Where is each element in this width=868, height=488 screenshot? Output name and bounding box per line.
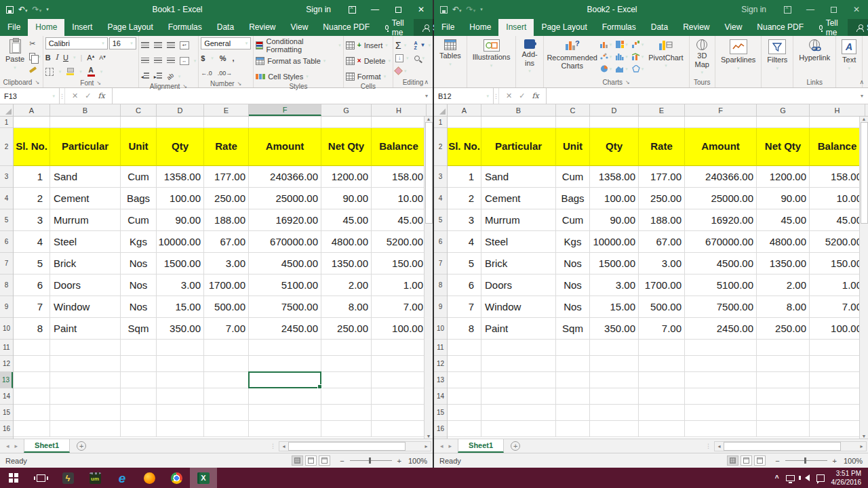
scrollbar-thumb[interactable] bbox=[425, 122, 433, 224]
center-icon[interactable] bbox=[154, 58, 162, 64]
sign-in-link[interactable]: Sign in bbox=[741, 5, 766, 14]
cell-b5[interactable]: Murrum bbox=[50, 209, 121, 231]
cell-a12[interactable] bbox=[14, 356, 50, 372]
expand-formula-bar-icon[interactable]: ▾ bbox=[420, 88, 433, 104]
zoom-out-icon[interactable]: − bbox=[340, 457, 344, 465]
close-button[interactable]: ✕ bbox=[410, 0, 433, 19]
cell-d6[interactable]: 10000.00 bbox=[157, 231, 204, 253]
enter-icon[interactable]: ✓ bbox=[85, 92, 91, 100]
cell-h11[interactable] bbox=[372, 340, 427, 356]
cell-h7[interactable]: 150.00 bbox=[810, 253, 865, 274]
cell-f8[interactable]: 5100.00 bbox=[685, 274, 757, 296]
cell-a6[interactable]: 4 bbox=[14, 231, 50, 253]
cell-c13[interactable] bbox=[556, 372, 590, 388]
cell-g7[interactable]: 1350.00 bbox=[757, 253, 810, 274]
text-button[interactable]: A Text▾ bbox=[838, 37, 860, 71]
cell-f12[interactable] bbox=[685, 356, 757, 372]
cell-c12[interactable] bbox=[121, 356, 157, 372]
dialog-launcher-icon[interactable]: ↘ bbox=[237, 81, 242, 87]
cell-g11[interactable] bbox=[321, 340, 372, 356]
tab-formulas[interactable]: Formulas bbox=[595, 19, 644, 36]
cell-a13[interactable] bbox=[448, 372, 481, 388]
cell-a8[interactable]: 6 bbox=[448, 274, 481, 296]
cell-c6[interactable]: Kgs bbox=[556, 231, 590, 253]
cell-e8[interactable]: 1700.00 bbox=[204, 274, 249, 296]
font-color-icon[interactable]: A bbox=[87, 67, 95, 77]
tab-formulas[interactable]: Formulas bbox=[161, 19, 210, 36]
cell-d5[interactable]: 90.00 bbox=[590, 209, 639, 231]
cell-e6[interactable]: 67.00 bbox=[204, 231, 249, 253]
clear-icon[interactable] bbox=[394, 66, 403, 75]
combo-chart-icon[interactable]: ▾ bbox=[632, 51, 644, 62]
sparklines-button[interactable]: Sparklines▾ bbox=[717, 37, 759, 71]
column-header-a[interactable]: A bbox=[14, 104, 50, 116]
cell-b13[interactable] bbox=[50, 372, 121, 388]
excel-taskbar-button[interactable]: X bbox=[190, 468, 217, 488]
cell-d3[interactable]: 1358.00 bbox=[590, 166, 639, 188]
scroll-up-icon[interactable]: ▲ bbox=[862, 117, 867, 121]
cell-b4[interactable]: Cement bbox=[50, 188, 121, 209]
next-sheet-icon[interactable]: ▸ bbox=[449, 443, 452, 449]
cell-e15[interactable] bbox=[204, 405, 249, 421]
cell-d13[interactable] bbox=[157, 372, 204, 388]
cell-c2[interactable]: Unit bbox=[556, 128, 590, 166]
scrollbar-thumb[interactable] bbox=[724, 442, 841, 451]
start-button[interactable] bbox=[0, 468, 27, 488]
cell-c3[interactable]: Cum bbox=[556, 166, 590, 188]
cell-e10[interactable]: 7.00 bbox=[204, 318, 249, 340]
column-header-d[interactable]: D bbox=[157, 104, 204, 116]
scroll-up-icon[interactable]: ▲ bbox=[427, 117, 431, 121]
align-right-icon[interactable] bbox=[167, 58, 175, 64]
cell-f15[interactable] bbox=[249, 405, 321, 421]
cell-e3[interactable]: 177.00 bbox=[204, 166, 249, 188]
cell-e13[interactable] bbox=[204, 372, 249, 388]
cell-g7[interactable]: 1350.00 bbox=[321, 253, 372, 274]
cell-b4[interactable]: Cement bbox=[481, 188, 556, 209]
cell-a14[interactable] bbox=[448, 388, 481, 405]
cell-a3[interactable]: 1 bbox=[448, 166, 481, 188]
cell-c11[interactable] bbox=[121, 340, 157, 356]
cell-g13[interactable] bbox=[321, 372, 372, 388]
cell-h5[interactable]: 45.00 bbox=[810, 209, 865, 231]
row-header-4[interactable]: 4 bbox=[434, 188, 447, 209]
zoom-slider[interactable] bbox=[785, 460, 827, 461]
cell-f10[interactable]: 2450.00 bbox=[685, 318, 757, 340]
cell-b6[interactable]: Steel bbox=[481, 231, 556, 253]
new-sheet-button[interactable]: + bbox=[511, 441, 520, 451]
area-chart-icon[interactable]: ▾ bbox=[616, 63, 628, 75]
maximize-button[interactable] bbox=[822, 0, 845, 19]
formula-input[interactable] bbox=[547, 88, 856, 104]
cell-c5[interactable]: Cum bbox=[556, 209, 590, 231]
number-format-combo[interactable]: General▾ bbox=[201, 37, 251, 49]
cell-h15[interactable] bbox=[810, 405, 865, 421]
zoom-in-icon[interactable]: + bbox=[397, 457, 401, 465]
cell-f13[interactable] bbox=[685, 372, 757, 388]
orientation-icon[interactable]: ab bbox=[165, 71, 175, 81]
row-header-5[interactable]: 5 bbox=[434, 209, 447, 231]
cell-g6[interactable]: 4800.00 bbox=[757, 231, 810, 253]
cell-c1[interactable] bbox=[121, 117, 157, 128]
tab-home[interactable]: Home bbox=[462, 19, 498, 36]
cell-d12[interactable] bbox=[590, 356, 639, 372]
cell-b1[interactable] bbox=[481, 117, 556, 128]
row-header-1[interactable]: 1 bbox=[434, 117, 447, 128]
dialog-launcher-icon[interactable]: ↘ bbox=[182, 83, 187, 89]
cell-d2[interactable]: Qty bbox=[590, 128, 639, 166]
tab-nuance-pdf[interactable]: Nuance PDF bbox=[749, 19, 811, 36]
row-header-2[interactable]: 2 bbox=[0, 128, 13, 166]
cell-g4[interactable]: 90.00 bbox=[757, 188, 810, 209]
cell-g10[interactable]: 250.00 bbox=[321, 318, 372, 340]
waterfall-chart-icon[interactable]: ▾ bbox=[632, 39, 644, 50]
cell-h2[interactable]: Balance bbox=[810, 128, 865, 166]
cell-d10[interactable]: 350.00 bbox=[157, 318, 204, 340]
cell-e11[interactable] bbox=[204, 340, 249, 356]
column-header-e[interactable]: E bbox=[204, 104, 249, 116]
page-layout-view-button[interactable] bbox=[305, 455, 317, 466]
cell-g11[interactable] bbox=[757, 340, 810, 356]
close-button[interactable]: ✕ bbox=[845, 0, 868, 19]
tell-me-button[interactable]: Tell me bbox=[377, 19, 414, 36]
new-sheet-button[interactable]: + bbox=[77, 441, 86, 451]
cell-f2[interactable]: Amount bbox=[685, 128, 757, 166]
cell-c4[interactable]: Bags bbox=[556, 188, 590, 209]
zoom-level[interactable]: 100% bbox=[844, 457, 868, 465]
